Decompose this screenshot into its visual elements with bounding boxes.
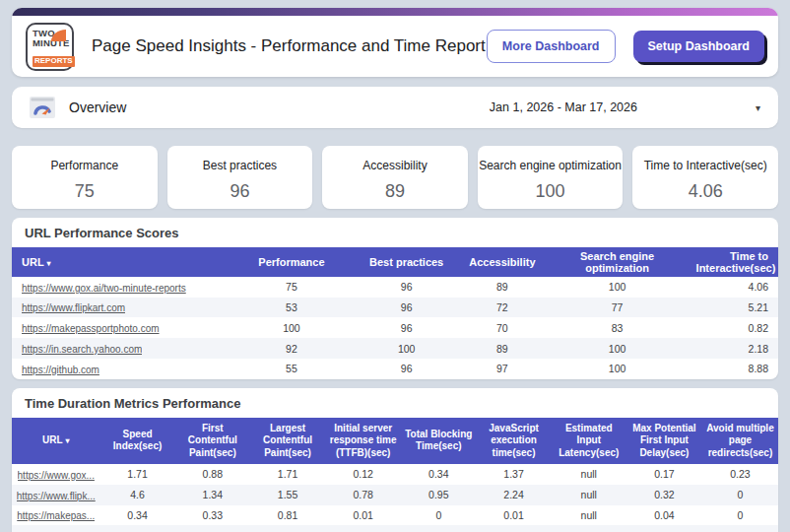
- header: TWO MINUTE REPORTS Page Speed Insights -…: [12, 8, 778, 77]
- column-header-search-engine-optimization[interactable]: Search engine optimization: [549, 247, 687, 277]
- overview-label: Overview: [69, 100, 126, 115]
- table-row: https://www.gox.ai/two-minute-reports759…: [12, 277, 778, 298]
- column-header-speed-index-sec[interactable]: Speed Index(sec): [99, 418, 174, 465]
- kpi-label: Best practices: [167, 159, 313, 172]
- value-cell: null: [552, 485, 626, 505]
- chevron-down-icon: ▾: [756, 102, 760, 113]
- logo-line-reports: REPORTS: [33, 56, 75, 66]
- column-header-url[interactable]: URL▾: [12, 418, 99, 465]
- value-cell: 1.14: [175, 525, 250, 532]
- table-row: https://in.search.yahoo.com92100891002.1…: [12, 338, 778, 359]
- url-cell: https://in.search.yahoo.com: [12, 338, 227, 359]
- column-header-max-potential-first-input-delay-sec[interactable]: Max Potential First Input Delay(sec): [626, 418, 702, 465]
- column-header-largest-contentful-paint-sec[interactable]: Largest Contentful Paint(sec): [250, 418, 325, 465]
- value-cell: 0: [401, 505, 476, 526]
- value-cell: 92: [227, 338, 357, 359]
- table-row: https://www.gox...1.710.881.710.120.341.…: [12, 464, 778, 485]
- overview-bar: Overview Jan 1, 2026 - Mar 17, 2026 ▾: [12, 87, 778, 128]
- column-header-initial-server-response-time-ttfb-sec[interactable]: Initial server response time (TTFB)(sec): [325, 418, 401, 465]
- kpi-card: Search engine optimization100: [478, 146, 624, 209]
- value-cell: 0.23: [702, 464, 778, 485]
- value-cell: 53: [227, 298, 357, 318]
- kpi-label: Accessibility: [322, 159, 468, 172]
- value-cell: 1.49: [99, 525, 174, 532]
- url-link[interactable]: https://github.com: [22, 365, 99, 375]
- column-header-performance[interactable]: Performance: [227, 247, 357, 277]
- value-cell: 0.32: [626, 485, 702, 505]
- value-cell: 0.33: [175, 505, 250, 526]
- kpi-card: Accessibility89: [322, 146, 468, 209]
- date-range-text: Jan 1, 2026 - Mar 17, 2026: [490, 100, 637, 114]
- value-cell: 0.34: [401, 464, 476, 485]
- value-cell: 97: [456, 359, 548, 379]
- column-header-javascript-execution-time-sec[interactable]: JavaScript execution time(sec): [476, 418, 551, 465]
- value-cell: 0: [702, 525, 778, 532]
- url-link[interactable]: https://www.flipkart.com: [22, 302, 125, 313]
- column-header-time-to-interactive-sec[interactable]: Time to Interactive(sec): [687, 247, 778, 277]
- kpi-value: 89: [322, 181, 468, 202]
- url-link[interactable]: https://in.search.yahoo.com: [22, 344, 142, 355]
- value-cell: null: [552, 525, 626, 532]
- value-cell: 100: [549, 359, 687, 379]
- url-link[interactable]: https://makepassportphoto.com: [22, 323, 160, 334]
- value-cell: 1.34: [175, 485, 250, 505]
- column-header-first-contentful-paint-sec[interactable]: First Contentful Paint(sec): [175, 418, 250, 465]
- value-cell: 0.05: [401, 525, 476, 532]
- value-cell: 96: [357, 298, 456, 318]
- url-link[interactable]: https://www.gox.ai/two-minute-reports: [22, 283, 186, 294]
- value-cell: 5.21: [687, 298, 778, 318]
- table-row: https://makepas...0.340.330.810.0100.01n…: [12, 505, 778, 526]
- value-cell: 1.71: [99, 464, 174, 485]
- value-cell: 0.01: [476, 505, 551, 526]
- kpi-card: Best practices96: [167, 146, 313, 209]
- kpi-label: Search engine optimization: [478, 159, 624, 172]
- column-header-avoid-multiple-page-redirects-sec[interactable]: Avoid multiple page redirects(sec): [702, 418, 778, 465]
- url-link[interactable]: https://www.flipk...: [17, 491, 96, 501]
- value-cell: 0.34: [99, 505, 174, 526]
- time-metrics-title: Time Duration Metrics Performance: [12, 388, 778, 418]
- column-header-url[interactable]: URL▾: [12, 247, 227, 277]
- value-cell: 2.18: [687, 338, 778, 359]
- pagespeed-gauge-icon: [30, 97, 55, 118]
- kpi-card: Performance75: [12, 146, 158, 209]
- table-row: https://in.search...1.491.141.480.590.05…: [12, 525, 778, 532]
- date-range-selector[interactable]: Jan 1, 2026 - Mar 17, 2026 ▾: [490, 100, 760, 114]
- value-cell: 0.78: [325, 485, 401, 505]
- value-cell: 0.59: [325, 525, 401, 532]
- value-cell: 96: [357, 317, 456, 338]
- column-header-estimated-input-latency-sec[interactable]: Estimated Input Latency(sec): [552, 418, 626, 465]
- value-cell: 0.82: [687, 317, 778, 338]
- value-cell: 89: [456, 338, 548, 359]
- value-cell: 0.81: [250, 505, 325, 526]
- page-title: Page Speed Insights - Performance and Ti…: [92, 36, 486, 56]
- url-cell: https://makepassportphoto.com: [12, 317, 227, 338]
- url-cell: https://www.flipk...: [12, 485, 99, 505]
- url-scores-table: URL▾PerformanceBest practicesAccessibili…: [12, 247, 778, 379]
- url-cell: https://makepas...: [12, 505, 99, 526]
- kpi-value: 100: [478, 181, 624, 202]
- sort-down-icon: ▾: [66, 436, 70, 445]
- value-cell: 1.37: [476, 464, 551, 485]
- url-cell: https://github.com: [12, 359, 227, 379]
- value-cell: 0.12: [626, 525, 702, 532]
- dashboard-page: TWO MINUTE REPORTS Page Speed Insights -…: [0, 0, 790, 532]
- more-dashboard-button[interactable]: More Dashboard: [487, 30, 616, 63]
- url-link[interactable]: https://www.gox...: [18, 470, 95, 481]
- column-header-best-practices[interactable]: Best practices: [357, 247, 456, 277]
- table-row: https://www.flipkart.com539672775.21: [12, 298, 778, 318]
- value-cell: 0.17: [626, 464, 702, 485]
- value-cell: 8.88: [687, 359, 778, 379]
- value-cell: 1.48: [250, 525, 325, 532]
- value-cell: null: [552, 505, 626, 526]
- value-cell: 0: [702, 505, 778, 526]
- url-link[interactable]: https://makepas...: [17, 510, 95, 521]
- kpi-row: Performance75Best practices96Accessibili…: [12, 146, 778, 209]
- table-row: https://github.com5596971008.88: [12, 359, 778, 379]
- value-cell: 100: [357, 338, 456, 359]
- url-cell: https://www.gox...: [12, 464, 99, 485]
- column-header-accessibility[interactable]: Accessibility: [456, 247, 548, 277]
- setup-dashboard-button[interactable]: Setup Dashboard: [633, 31, 765, 62]
- value-cell: 55: [227, 359, 357, 379]
- column-header-total-blocking-time-sec[interactable]: Total Blocking Time(sec): [401, 418, 476, 465]
- kpi-value: 96: [167, 181, 313, 202]
